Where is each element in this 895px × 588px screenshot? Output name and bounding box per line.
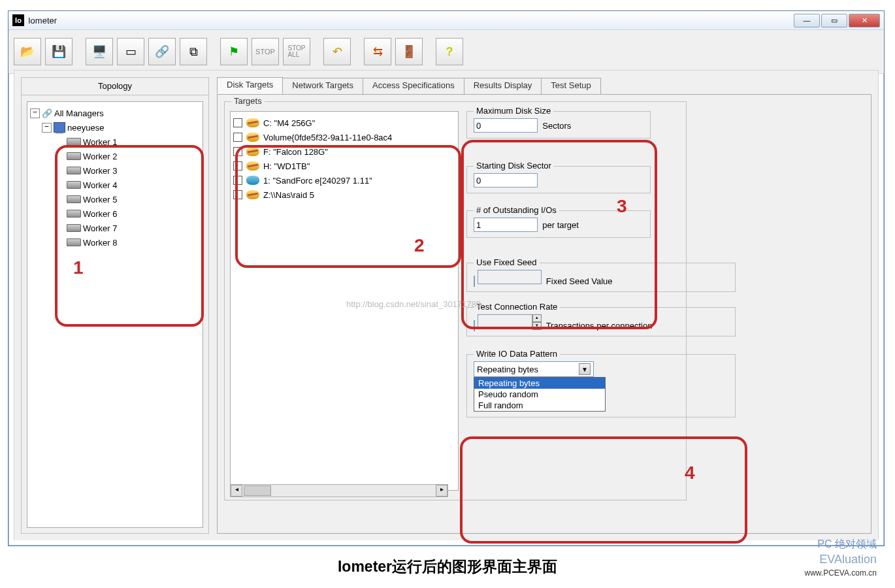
write-pattern-select[interactable]: Repeating bytes ▼ — [474, 361, 594, 377]
worker-node[interactable]: Worker 1 — [83, 137, 118, 147]
topology-panel: Topology − 🔗 All Managers − neeyuese Wor… — [21, 77, 209, 534]
titlebar: Io Iometer — ▭ ✕ — [8, 11, 884, 30]
target-label: Volume{0fde5f32-9a11-11e0-8ac4 — [263, 133, 392, 142]
figure-caption: Iometer运行后的图形界面主界面 — [0, 557, 895, 577]
new-manager-button[interactable]: 🖥️ — [86, 38, 113, 65]
tab-results-display[interactable]: Results Display — [464, 78, 542, 95]
target-label: 1: "SandForc e[240297 1.11" — [263, 176, 372, 186]
topology-tree[interactable]: − 🔗 All Managers − neeyuese Worker 1 Wor… — [27, 101, 203, 528]
start-button[interactable]: ⚑ — [220, 38, 248, 65]
outstanding-io-unit: per target — [542, 220, 579, 230]
worker-node[interactable]: Worker 3 — [83, 166, 118, 176]
targets-legend: Targets — [231, 96, 265, 106]
save-icon: 💾 — [52, 44, 66, 59]
target-checkbox[interactable] — [233, 190, 242, 199]
edit-spec-button[interactable]: ⇆ — [364, 38, 391, 65]
target-item[interactable]: Volume{0fde5f32-9a11-11e0-8ac4 — [233, 130, 455, 144]
fixed-seed-legend: Use Fixed Seed — [474, 257, 540, 267]
dropdown-option[interactable]: Full random — [474, 400, 605, 411]
target-item[interactable]: 1: "SandForc e[240297 1.11" — [233, 173, 455, 188]
stop-button[interactable]: STOP — [252, 38, 279, 65]
dropdown-option[interactable]: Pseudo random — [474, 389, 605, 400]
dropdown-option[interactable]: Repeating bytes — [474, 378, 605, 389]
worker-node[interactable]: Worker 4 — [83, 180, 118, 190]
spinner-down-icon[interactable]: ▾ — [532, 322, 542, 330]
worker-node[interactable]: Worker 2 — [83, 152, 118, 161]
tab-network-targets[interactable]: Network Targets — [282, 78, 363, 95]
target-checkbox[interactable] — [233, 133, 242, 142]
write-pattern-options[interactable]: Repeating bytes Pseudo random Full rando… — [474, 377, 606, 412]
net-icon: 🔗 — [155, 44, 169, 59]
tab-access-specs[interactable]: Access Specifications — [363, 78, 464, 95]
tab-bar: Disk Targets Network Targets Access Spec… — [217, 77, 871, 94]
scroll-right-icon[interactable]: ▸ — [436, 485, 448, 497]
reset-button[interactable]: ↶ — [323, 38, 351, 65]
starting-sector-legend: Starting Disk Sector — [474, 161, 554, 171]
scroll-thumb[interactable] — [244, 485, 271, 496]
write-pattern-legend: Write IO Data Pattern — [474, 349, 560, 359]
target-item[interactable]: H: "WD1TB" — [233, 159, 455, 173]
tree-collapse-icon[interactable]: − — [30, 108, 40, 118]
starting-sector-input[interactable]: 0 — [474, 173, 538, 188]
annotation-num-3: 3 — [617, 196, 627, 217]
maximize-button[interactable]: ▭ — [821, 14, 847, 27]
max-disk-size-unit: Sectors — [542, 121, 571, 131]
worker-icon — [67, 238, 81, 246]
open-button[interactable]: 📂 — [14, 38, 41, 65]
worker-icon — [67, 210, 81, 218]
worker-node[interactable]: Worker 8 — [83, 238, 118, 248]
worker-node[interactable]: Worker 5 — [83, 195, 118, 204]
disk-icon — [246, 176, 259, 185]
target-item[interactable]: F: "Falcon 128G" — [233, 144, 455, 159]
worker-node[interactable]: Worker 7 — [83, 223, 118, 233]
target-label: F: "Falcon 128G" — [263, 147, 328, 157]
new-worker-button[interactable]: ▭ — [117, 38, 144, 65]
minimize-button[interactable]: — — [794, 14, 820, 27]
help-button[interactable]: ? — [436, 38, 463, 65]
conn-rate-checkbox[interactable] — [474, 320, 475, 331]
outstanding-io-input[interactable]: 1 — [474, 218, 538, 232]
max-disk-size-legend: Maximum Disk Size — [474, 106, 553, 116]
tree-collapse-icon[interactable]: − — [42, 123, 52, 133]
outstanding-io-legend: # of Outstanding I/Os — [474, 205, 559, 215]
disk-icon — [246, 190, 259, 199]
target-checkbox[interactable] — [233, 147, 242, 156]
manager-icon — [54, 122, 65, 133]
write-pattern-group: Write IO Data Pattern Repeating bytes ▼ … — [466, 354, 736, 417]
exit-button[interactable]: 🚪 — [395, 38, 423, 65]
scroll-left-icon[interactable]: ◂ — [231, 485, 242, 497]
conn-rate-label: Transactions per connection — [546, 321, 653, 331]
duplicate-worker-button[interactable]: ⧉ — [180, 38, 207, 65]
worker-icon — [67, 167, 81, 174]
conn-rate-legend: Test Connection Rate — [474, 302, 560, 312]
target-checkbox[interactable] — [233, 161, 242, 171]
stop-all-button[interactable]: STOPALL — [283, 38, 310, 65]
edit-icon: ⇆ — [373, 44, 383, 59]
close-button[interactable]: ✕ — [849, 14, 880, 27]
target-label: H: "WD1TB" — [263, 161, 310, 171]
tab-test-setup[interactable]: Test Setup — [541, 78, 600, 95]
manager-node[interactable]: neeyuese — [67, 123, 104, 133]
fixed-seed-checkbox[interactable] — [474, 276, 475, 287]
worker-node[interactable]: Worker 6 — [83, 209, 118, 219]
target-item[interactable]: Z:\\Nas\raid 5 — [233, 188, 455, 202]
spinner-up-icon[interactable]: ▴ — [532, 314, 542, 322]
worker-icon — [67, 195, 81, 203]
target-checkbox[interactable] — [233, 176, 242, 185]
save-button[interactable]: 💾 — [45, 38, 73, 65]
fixed-seed-group: Use Fixed Seed Fixed Seed Value — [466, 263, 736, 292]
fixed-seed-input[interactable] — [478, 270, 542, 284]
horizontal-scrollbar[interactable]: ◂ ▸ — [230, 484, 448, 497]
start-flag-icon: ⚑ — [229, 44, 239, 59]
max-disk-size-input[interactable]: 0 — [474, 118, 538, 133]
conn-rate-input[interactable] — [478, 314, 532, 329]
csdn-watermark: http://blog.csdn.net/sinat_30171789 — [346, 299, 481, 309]
network-worker-button[interactable]: 🔗 — [148, 38, 176, 65]
reset-icon: ↶ — [333, 44, 342, 59]
target-item[interactable]: C: "M4 256G" — [233, 116, 455, 130]
tab-disk-targets[interactable]: Disk Targets — [217, 77, 283, 94]
annotation-num-1: 1 — [73, 257, 84, 278]
target-checkbox[interactable] — [233, 118, 242, 127]
tree-root[interactable]: All Managers — [54, 108, 104, 118]
annotation-num-4: 4 — [685, 463, 695, 483]
